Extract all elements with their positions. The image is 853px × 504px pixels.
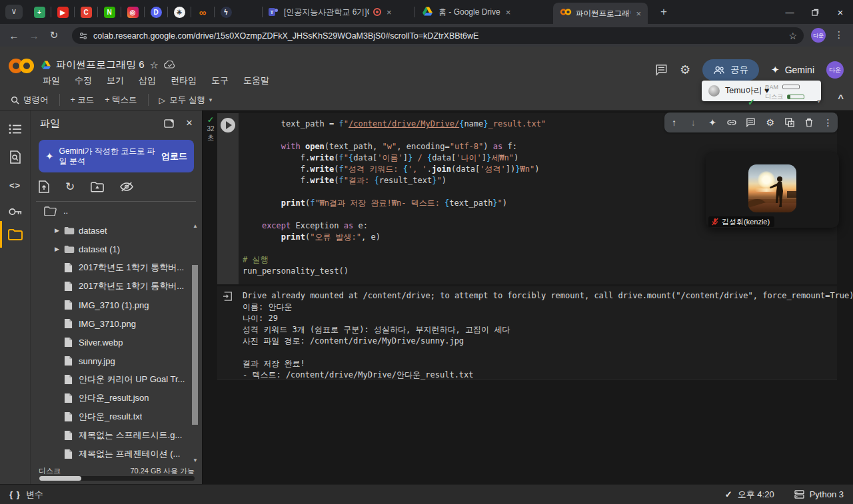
file-row[interactable]: ▶dataset	[31, 221, 193, 240]
tab-teams[interactable]: T [인공지능사관학교 6기]CAF ×	[268, 0, 411, 24]
find-replace-icon[interactable]	[0, 144, 30, 170]
move-up-icon[interactable]: ↑	[666, 117, 682, 128]
window-minimize-button[interactable]: —	[777, 0, 802, 24]
file-row[interactable]: 제목없는 스프레드시트.g...	[31, 426, 193, 445]
notebook-title[interactable]: 파이썬프로그래밍 6	[56, 59, 145, 71]
scroll-down-icon[interactable]: ▼	[193, 457, 198, 463]
discord-icon[interactable]: D	[145, 7, 167, 18]
tab-search-button[interactable]: ∨	[5, 5, 23, 19]
tab-close-icon[interactable]: ×	[636, 9, 641, 19]
menu-보기[interactable]: 보기	[107, 75, 124, 87]
delete-icon[interactable]	[801, 118, 817, 127]
resource-monitor[interactable]: RAM 디스크	[765, 82, 804, 102]
run-cell-button[interactable]	[221, 118, 235, 132]
hide-hidden-files-icon[interactable]	[120, 182, 133, 192]
upload-file-icon[interactable]	[39, 180, 49, 193]
video-call-overlay[interactable]: 김성휘(kenzie)	[706, 152, 839, 228]
file-row[interactable]: 2017학년도 1학기 통학버...	[31, 258, 193, 277]
sheets-icon[interactable]: +	[28, 7, 51, 18]
site-settings-icon[interactable]	[79, 31, 88, 41]
file-row[interactable]: Silver.webp	[31, 333, 193, 352]
settings-icon[interactable]: ⚙	[762, 117, 778, 128]
comments-icon[interactable]	[655, 64, 668, 76]
tab-colab-active[interactable]: 파이썬프로그래밍 6 - Colab ×	[553, 3, 648, 24]
red-c-app-icon[interactable]: C	[75, 7, 97, 18]
file-row[interactable]: 안다운_result.json	[31, 389, 193, 407]
file-icon	[64, 411, 79, 422]
gemini-file-banner[interactable]: ✦ Gemini가 작성한 코드로 파일 분석 업로드	[39, 140, 194, 172]
runtime-icon[interactable]	[794, 490, 804, 499]
tab-close-icon[interactable]: ×	[506, 7, 511, 17]
menu-도구[interactable]: 도구	[211, 75, 229, 87]
menu-파일[interactable]: 파일	[43, 75, 60, 87]
mount-drive-icon[interactable]	[91, 182, 104, 192]
code-snippets-icon[interactable]: <>	[0, 172, 30, 198]
runtime-label[interactable]: Python 3	[810, 489, 844, 499]
collapse-header-icon[interactable]: ^	[838, 93, 844, 104]
more-vert-icon[interactable]: ⋮	[820, 117, 836, 128]
file-row[interactable]: sunny.jpg	[31, 352, 193, 370]
refresh-icon[interactable]: ↻	[65, 180, 75, 194]
close-panel-icon[interactable]: ×	[186, 117, 193, 130]
mirror-cell-icon[interactable]	[782, 118, 798, 127]
tab-close-icon[interactable]: ×	[387, 7, 392, 17]
comment-icon[interactable]	[743, 118, 759, 127]
file-row[interactable]: 2017학년도 1학기 통학버...	[31, 277, 193, 296]
upload-button[interactable]: 업로드	[161, 150, 187, 162]
scroll-up-icon[interactable]: ▲	[193, 223, 198, 229]
menu-도움말[interactable]: 도움말	[243, 75, 269, 87]
reload-icon[interactable]: ↻	[44, 29, 64, 41]
gemini-button[interactable]: ✦ Gemini	[771, 64, 814, 76]
instagram-icon[interactable]: ◎	[121, 7, 144, 18]
youtube-icon[interactable]: ▶	[51, 7, 74, 18]
file-row[interactable]: 안다운 커리어 UP Goal Tr...	[31, 370, 193, 389]
file-row[interactable]: 안다운_result.txt	[31, 407, 193, 426]
file-scrollbar[interactable]	[192, 265, 198, 425]
file-row[interactable]: IMG_3710.png	[31, 314, 193, 333]
add-text-button[interactable]: + 텍스트	[105, 95, 137, 106]
command-palette-button[interactable]: 명령어	[11, 95, 49, 106]
menu-삽입[interactable]: 삽입	[139, 75, 156, 87]
variables-button[interactable]: { } 변수	[9, 489, 43, 501]
disk-meter	[787, 95, 804, 99]
share-button[interactable]: 공유	[702, 59, 759, 81]
back-icon[interactable]: ←	[4, 30, 24, 41]
gemini-sparkle-icon[interactable]: ✦	[704, 117, 720, 128]
files-folder-icon[interactable]	[0, 221, 30, 248]
file-row[interactable]: IMG_3710 (1).png	[31, 296, 193, 314]
expand-caret-icon[interactable]: ▶	[55, 227, 64, 234]
tab-drive[interactable]: 홈 - Google Drive ×	[423, 0, 546, 24]
forward-icon[interactable]: →	[24, 30, 44, 41]
openai-icon[interactable]: ✳	[168, 7, 191, 18]
resource-caret-icon[interactable]: ▾	[817, 97, 820, 105]
new-tab-button[interactable]: +	[656, 4, 672, 20]
run-all-button[interactable]: ▷ 모두 실행 ▾	[159, 95, 213, 106]
window-restore-button[interactable]	[802, 0, 828, 24]
link-icon[interactable]	[724, 119, 740, 126]
window-close-button[interactable]: ×	[828, 0, 853, 24]
parent-folder-row[interactable]: ..	[44, 206, 68, 216]
code-area[interactable]: text_path = f"/content/drive/MyDrive/{na…	[243, 119, 546, 277]
menu-런타임[interactable]: 런타임	[171, 75, 197, 87]
add-code-button[interactable]: + 코드	[71, 95, 95, 106]
menu-수정[interactable]: 수정	[75, 75, 92, 87]
browser-profile-avatar[interactable]: 다운	[811, 28, 826, 43]
open-in-new-window-icon[interactable]	[164, 119, 174, 128]
browser-menu-icon[interactable]: ⋮	[834, 29, 844, 40]
colab-profile-avatar[interactable]: 다운	[826, 61, 844, 79]
move-down-icon[interactable]: ↓	[685, 117, 701, 128]
colab-icon[interactable]: ∞	[191, 7, 214, 18]
braces-icon: { }	[9, 489, 21, 499]
table-of-contents-icon[interactable]	[0, 116, 30, 142]
url-field[interactable]: colab.research.google.com/drive/15s0XOzm…	[72, 27, 804, 44]
expand-caret-icon[interactable]: ▶	[55, 246, 64, 252]
star-notebook-icon[interactable]: ☆	[150, 59, 159, 71]
file-row[interactable]: 제목없는 프레젠테이션 (...	[31, 445, 193, 463]
code-line: print("오류 발생:", e)	[243, 232, 546, 243]
naver-icon[interactable]: N	[98, 7, 121, 18]
bookmark-star-icon[interactable]: ☆	[788, 31, 797, 41]
settings-gear-icon[interactable]: ⚙	[680, 63, 690, 77]
file-row[interactable]: ▶dataset (1)	[31, 240, 193, 258]
cell-gutter	[217, 113, 239, 284]
bolt-icon[interactable]: ϟ	[215, 7, 237, 18]
